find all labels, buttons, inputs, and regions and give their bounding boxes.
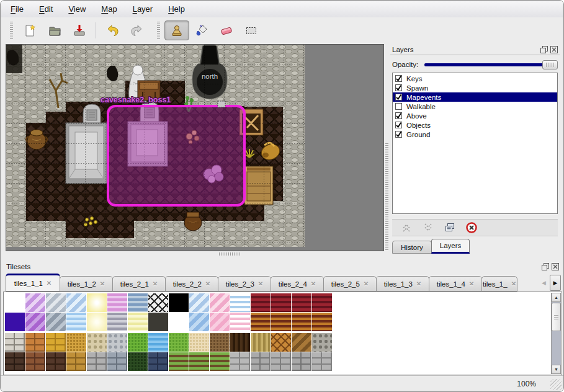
scroll-tabs-right-button[interactable]: ▶ xyxy=(550,275,561,291)
menu-layer[interactable]: Layer xyxy=(133,4,153,14)
tab-close-icon[interactable]: ✕ xyxy=(47,280,51,287)
tab-close-icon[interactable]: ✕ xyxy=(205,280,210,287)
layer-visibility-checkbox[interactable] xyxy=(395,75,402,82)
tab-close-icon[interactable]: ✕ xyxy=(258,280,263,287)
tile-swatch[interactable] xyxy=(312,352,332,371)
opacity-slider[interactable] xyxy=(424,60,558,69)
tileset-tab-tiles_2_1[interactable]: tiles_2_1✕ xyxy=(112,276,166,292)
tile-swatch[interactable] xyxy=(107,313,127,331)
tile-swatch[interactable] xyxy=(148,293,168,312)
layer-visibility-checkbox[interactable] xyxy=(395,122,402,128)
tile-swatch[interactable] xyxy=(169,293,189,312)
tile-swatch[interactable] xyxy=(25,352,45,371)
tile-swatch[interactable] xyxy=(87,352,107,371)
tile-swatch[interactable] xyxy=(210,293,230,312)
tile-swatch[interactable] xyxy=(5,293,25,312)
tile-swatch[interactable] xyxy=(128,313,148,331)
tile-swatch[interactable] xyxy=(25,333,45,352)
new-file-button[interactable] xyxy=(17,20,42,40)
tile-swatch[interactable] xyxy=(128,352,148,371)
tile-swatch[interactable] xyxy=(169,313,189,331)
opacity-slider-track[interactable] xyxy=(424,63,557,66)
tile-swatch[interactable] xyxy=(292,333,311,352)
tileset-tab-tiles_1_2[interactable]: tiles_1_2✕ xyxy=(60,276,113,292)
palette-scrollbar[interactable]: ▲ ▼ xyxy=(551,293,561,374)
tileset-tab-tiles_1_1[interactable]: tiles_1_1✕ xyxy=(6,274,60,292)
layer-row-ground[interactable]: Ground xyxy=(393,130,557,139)
tile-swatch[interactable] xyxy=(66,313,86,331)
fill-tool-button[interactable] xyxy=(189,20,214,40)
tile-swatch[interactable] xyxy=(148,352,168,371)
horizontal-splitter[interactable] xyxy=(219,252,241,256)
tab-close-icon[interactable]: ✕ xyxy=(364,280,369,287)
select-tool-button[interactable] xyxy=(239,20,264,40)
menu-help[interactable]: Help xyxy=(168,4,185,14)
tile-swatch[interactable] xyxy=(169,352,189,371)
tab-close-icon[interactable]: ✕ xyxy=(100,280,105,287)
close-panel-icon[interactable] xyxy=(550,45,558,53)
selection-handle[interactable] xyxy=(218,101,225,107)
tile-swatch[interactable] xyxy=(46,293,66,312)
close-tilesets-icon[interactable] xyxy=(551,263,559,271)
float-tilesets-icon[interactable] xyxy=(541,263,549,271)
tile-swatch[interactable] xyxy=(210,313,230,331)
tile-swatch[interactable] xyxy=(189,313,209,331)
tileset-tab-tiles_1_3[interactable]: tiles_1_3✕ xyxy=(376,276,429,292)
opacity-slider-handle[interactable] xyxy=(542,60,558,69)
layer-row-spawn[interactable]: Spawn xyxy=(393,83,557,92)
tile-swatch[interactable] xyxy=(271,313,291,331)
float-panel-icon[interactable] xyxy=(540,45,548,53)
move-layer-up-button[interactable] xyxy=(401,222,412,233)
tile-swatch[interactable] xyxy=(230,352,250,371)
tile-swatch[interactable] xyxy=(46,313,66,331)
layer-visibility-checkbox[interactable] xyxy=(395,112,402,119)
tile-swatch[interactable] xyxy=(66,352,86,371)
eraser-tool-button[interactable] xyxy=(214,20,239,40)
vertical-splitter[interactable] xyxy=(385,143,388,250)
tileset-tab-tiles_2_4[interactable]: tiles_2_4✕ xyxy=(271,276,324,292)
tile-swatch[interactable] xyxy=(210,333,230,352)
tile-swatch[interactable] xyxy=(87,333,107,352)
toolbar-handle-2[interactable] xyxy=(157,22,160,39)
tileset-tab-tiles_2_2[interactable]: tiles_2_2✕ xyxy=(165,276,218,292)
panel-tab-layers[interactable]: Layers xyxy=(431,239,470,254)
tile-swatch[interactable] xyxy=(312,333,332,352)
tab-close-icon[interactable]: ✕ xyxy=(511,280,516,287)
tile-swatch[interactable] xyxy=(25,293,45,312)
tile-swatch[interactable] xyxy=(251,313,271,331)
tab-close-icon[interactable]: ✕ xyxy=(153,280,158,287)
tile-swatch[interactable] xyxy=(128,293,148,312)
tile-swatch[interactable] xyxy=(46,333,66,352)
stamp-tool-button[interactable] xyxy=(164,20,189,40)
layer-row-above[interactable]: Above xyxy=(393,111,557,120)
layer-visibility-checkbox[interactable] xyxy=(395,94,402,100)
menu-view[interactable]: View xyxy=(68,4,86,14)
tileset-tab-tiles_2_3[interactable]: tiles_2_3✕ xyxy=(218,276,271,292)
tile-swatch[interactable] xyxy=(251,333,271,352)
tile-swatch[interactable] xyxy=(87,293,107,312)
tile-swatch[interactable] xyxy=(148,313,168,331)
menu-file[interactable]: File xyxy=(11,4,24,14)
tile-swatch[interactable] xyxy=(210,352,230,371)
tile-swatch[interactable] xyxy=(5,352,25,371)
layer-visibility-checkbox[interactable] xyxy=(395,131,402,138)
open-button[interactable] xyxy=(42,20,67,40)
map-canvas[interactable]: north cavesnake2_boss1 xyxy=(6,44,384,251)
tab-close-icon[interactable]: ✕ xyxy=(416,280,421,287)
layer-row-mapevents[interactable]: Mapevents xyxy=(393,92,557,102)
tile-swatch[interactable] xyxy=(251,293,271,312)
layer-row-objects[interactable]: Objects xyxy=(393,120,557,130)
layer-visibility-checkbox[interactable] xyxy=(395,103,402,110)
tab-close-icon[interactable]: ✕ xyxy=(469,280,474,287)
tile-swatch[interactable] xyxy=(107,293,127,312)
tile-swatch[interactable] xyxy=(230,313,250,331)
panel-tab-history[interactable]: History xyxy=(392,241,432,254)
tile-swatch[interactable] xyxy=(189,333,209,352)
resize-grip[interactable] xyxy=(550,379,562,390)
tile-swatch[interactable] xyxy=(251,352,271,371)
tile-swatch[interactable] xyxy=(169,333,189,352)
toolbar-handle[interactable] xyxy=(10,22,13,39)
tile-swatch[interactable] xyxy=(66,293,86,312)
tile-swatch[interactable] xyxy=(230,333,250,352)
tab-close-icon[interactable]: ✕ xyxy=(311,280,316,287)
